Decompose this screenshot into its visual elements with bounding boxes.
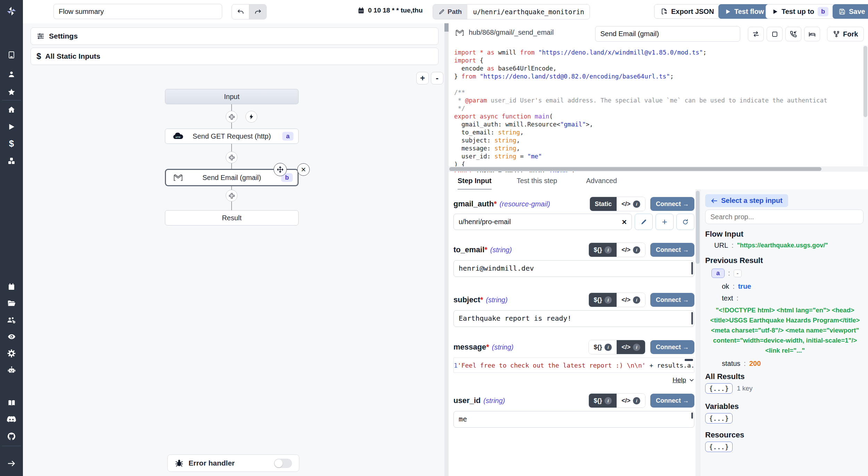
fork-button[interactable]: Fork bbox=[827, 27, 864, 41]
mode-template[interactable]: ${}i bbox=[589, 293, 617, 307]
code-editor[interactable]: import * as wmill from "https://deno.lan… bbox=[449, 44, 868, 172]
expand-editor-button[interactable] bbox=[767, 27, 783, 41]
discord-icon[interactable] bbox=[0, 414, 23, 426]
refresh-resource-button[interactable] bbox=[676, 214, 694, 230]
scrollbar-thumb[interactable] bbox=[696, 191, 700, 264]
tab-test-this-step[interactable]: Test this step bbox=[517, 172, 557, 189]
resource-picker-input[interactable]: u/henri/pro-email × bbox=[453, 214, 632, 230]
flow-node-input[interactable]: Input bbox=[165, 89, 299, 104]
robot-workers-icon[interactable] bbox=[0, 364, 23, 376]
result-text-row[interactable]: text : bbox=[722, 294, 738, 302]
eye-audit-icon[interactable] bbox=[0, 331, 23, 343]
collapse-arrow-right-icon[interactable] bbox=[0, 458, 23, 469]
insert-step-button[interactable] bbox=[226, 111, 237, 123]
connect-button[interactable]: Connect → bbox=[650, 293, 694, 307]
zoom-in-button[interactable]: + bbox=[416, 72, 429, 84]
step-title-input[interactable] bbox=[595, 26, 740, 42]
select-step-input-button[interactable]: Select a step input bbox=[705, 194, 788, 207]
move-node-handle[interactable] bbox=[274, 163, 287, 176]
scrollbar-thumb[interactable] bbox=[449, 167, 821, 171]
search-prop-input[interactable] bbox=[705, 210, 863, 224]
rest-mode-button[interactable] bbox=[804, 27, 820, 41]
play-runs-icon[interactable] bbox=[0, 121, 23, 133]
sync-script-button[interactable] bbox=[748, 27, 764, 41]
mode-template[interactable]: ${}i bbox=[589, 340, 617, 354]
insert-step-button[interactable] bbox=[226, 151, 237, 163]
help-link[interactable]: Help bbox=[673, 376, 686, 384]
redo-button[interactable] bbox=[249, 5, 266, 19]
expand-all-results-button[interactable]: {...} bbox=[705, 383, 733, 394]
code-vertical-scrollbar[interactable] bbox=[863, 45, 868, 166]
insert-step-button[interactable] bbox=[226, 190, 237, 202]
tab-step-input[interactable]: Step Input bbox=[458, 172, 492, 190]
dollar-variables-icon[interactable]: $ bbox=[0, 138, 23, 149]
zoom-out-button[interactable]: - bbox=[431, 72, 443, 84]
home-icon[interactable] bbox=[0, 104, 23, 116]
user-icon[interactable] bbox=[0, 68, 23, 80]
folder-icon[interactable] bbox=[0, 297, 23, 309]
clear-icon[interactable]: × bbox=[622, 217, 627, 227]
mode-javascript[interactable]: </>i bbox=[617, 197, 645, 211]
result-ok-row[interactable]: ok : true bbox=[722, 282, 751, 290]
collapse-button[interactable]: - bbox=[734, 270, 742, 277]
field-label: to_email*(string) bbox=[453, 245, 512, 254]
message-code-editor[interactable]: 1 'Feel free to check out the latest rep… bbox=[453, 358, 694, 373]
flow-settings-bar[interactable]: Settings bbox=[31, 27, 439, 45]
path-edit-segment[interactable]: Path bbox=[433, 5, 467, 19]
windmill-logo-icon[interactable] bbox=[0, 5, 23, 17]
undo-button[interactable] bbox=[232, 5, 249, 19]
star-icon[interactable] bbox=[0, 86, 23, 98]
form-scrollbar[interactable] bbox=[695, 189, 700, 476]
user-group-settings-icon[interactable] bbox=[0, 314, 23, 326]
to-email-textarea[interactable]: henri@windmill.dev bbox=[453, 260, 694, 277]
test-up-to-button[interactable]: Test up to b bbox=[766, 4, 835, 19]
delete-node-button[interactable]: × bbox=[297, 163, 310, 176]
panel-splitter[interactable] bbox=[444, 23, 449, 476]
connect-button[interactable]: Connect → bbox=[650, 340, 694, 354]
mode-javascript[interactable]: </>i bbox=[617, 243, 645, 257]
mode-javascript[interactable]: </>i bbox=[617, 340, 645, 354]
export-json-button[interactable]: Export JSON bbox=[654, 4, 720, 19]
calendar-schedules-icon[interactable] bbox=[0, 281, 23, 293]
flow-node-gmail-selected[interactable]: Send Email (gmail) b × bbox=[165, 169, 299, 186]
flow-node-result[interactable]: Result bbox=[165, 210, 299, 225]
test-flow-button[interactable]: Test flow bbox=[718, 4, 770, 19]
path-pill[interactable]: Path u/henri/earthquake_monitorin bbox=[433, 4, 590, 19]
result-text-value[interactable]: "<!DOCTYPE html> <html lang="en"> <head>… bbox=[709, 305, 861, 355]
mode-javascript[interactable]: </>i bbox=[617, 293, 645, 307]
cubes-resources-icon[interactable] bbox=[0, 155, 23, 167]
error-handler-toggle[interactable] bbox=[274, 459, 292, 468]
subject-textarea[interactable]: Earthquake report is ready! bbox=[453, 310, 694, 327]
mode-javascript[interactable]: </>i bbox=[617, 394, 645, 408]
mode-template[interactable]: ${}i bbox=[589, 394, 617, 408]
connect-button[interactable]: Connect → bbox=[650, 394, 694, 408]
building-icon[interactable] bbox=[0, 49, 23, 61]
schedule-display[interactable]: 0 10 18 * * tue,thu bbox=[357, 7, 423, 14]
trigger-step-button[interactable] bbox=[245, 111, 257, 123]
export-json-label: Export JSON bbox=[671, 8, 714, 16]
scrollbar-thumb[interactable] bbox=[863, 46, 867, 117]
expand-resources-button[interactable]: {...} bbox=[705, 442, 733, 452]
gear-settings-icon[interactable] bbox=[0, 347, 23, 359]
result-status-row[interactable]: status : 200 bbox=[722, 360, 761, 368]
save-button[interactable]: Save bbox=[833, 4, 868, 19]
phone-incoming-button[interactable] bbox=[785, 27, 801, 41]
error-handler-bar: Error handler bbox=[167, 454, 299, 472]
tab-advanced[interactable]: Advanced bbox=[586, 172, 617, 189]
code-horizontal-scrollbar[interactable] bbox=[449, 166, 868, 172]
github-icon[interactable] bbox=[0, 430, 23, 442]
step-a-badge[interactable]: a bbox=[711, 269, 725, 278]
book-docs-icon[interactable] bbox=[0, 397, 23, 409]
mode-static[interactable]: Static bbox=[590, 197, 617, 211]
flow-summary-input[interactable] bbox=[53, 4, 222, 19]
all-static-inputs-bar[interactable]: $ All Static Inputs bbox=[31, 48, 439, 65]
mode-template[interactable]: ${}i bbox=[589, 243, 617, 257]
connect-button[interactable]: Connect → bbox=[650, 197, 694, 211]
edit-resource-button[interactable] bbox=[635, 214, 653, 230]
user-id-textarea[interactable]: me bbox=[453, 411, 694, 428]
add-resource-button[interactable]: + bbox=[656, 214, 674, 230]
connect-button[interactable]: Connect → bbox=[650, 243, 694, 257]
expand-variables-button[interactable]: {...} bbox=[705, 413, 733, 424]
flow-input-url-row[interactable]: URL : "https://earthquake.usgs.gov/" bbox=[714, 241, 828, 249]
flow-node-http-get[interactable]: HTTP Send GET Request (http) a bbox=[165, 129, 299, 144]
